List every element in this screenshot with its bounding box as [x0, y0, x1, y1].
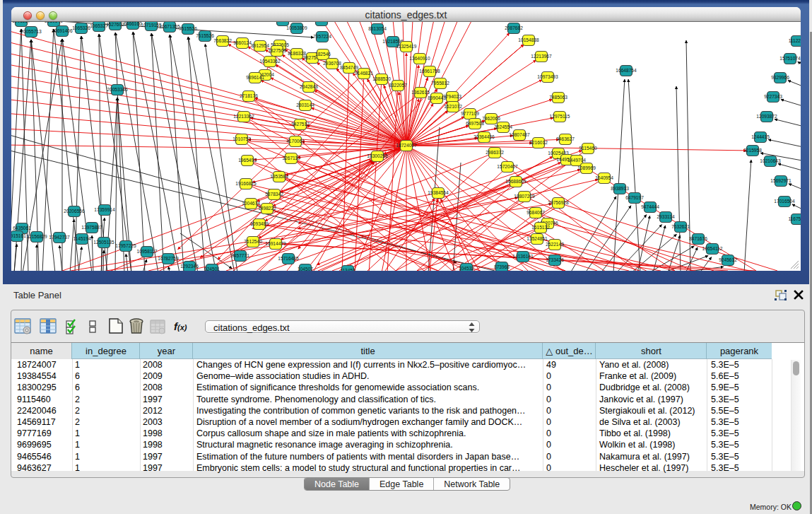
svg-text:3215958: 3215958	[743, 148, 762, 153]
svg-text:1292346: 1292346	[180, 264, 199, 269]
svg-text:17016504: 17016504	[774, 199, 795, 204]
svg-text:8813054: 8813054	[368, 26, 387, 31]
svg-text:9794023: 9794023	[443, 94, 461, 99]
svg-text:16914479: 16914479	[265, 241, 286, 246]
svg-text:12213967: 12213967	[531, 54, 552, 59]
svg-text:2936708: 2936708	[323, 61, 341, 66]
svg-text:7663822: 7663822	[213, 38, 232, 43]
svg-text:9146821: 9146821	[355, 71, 373, 76]
svg-text:6466160: 6466160	[124, 22, 142, 26]
svg-text:9777109: 9777109	[461, 111, 479, 116]
svg-text:10654112: 10654112	[702, 246, 723, 251]
svg-text:1621072: 1621072	[444, 104, 462, 109]
svg-text:1244415: 1244415	[751, 134, 770, 139]
svg-text:873968: 873968	[494, 264, 510, 269]
svg-text:104532: 104532	[459, 266, 474, 271]
svg-text:5878342: 5878342	[265, 192, 283, 197]
svg-text:10973493: 10973493	[537, 74, 558, 79]
svg-text:9457771: 9457771	[231, 253, 249, 258]
svg-text:7612540: 7612540	[244, 239, 262, 244]
svg-text:(x): (x)	[177, 323, 187, 332]
svg-text:4170061: 4170061	[286, 139, 305, 144]
svg-text:2803144: 2803144	[296, 103, 314, 107]
svg-text:9427512: 9427512	[291, 122, 310, 127]
svg-text:20053346: 20053346	[107, 87, 128, 92]
svg-text:1527602: 1527602	[106, 22, 124, 27]
svg-text:2522148: 2522148	[546, 242, 564, 247]
svg-text:17942737: 17942737	[49, 235, 70, 240]
svg-text:15692971: 15692971	[770, 178, 792, 183]
svg-text:11325419: 11325419	[396, 44, 417, 49]
svg-text:1089969: 1089969	[577, 165, 596, 170]
svg-text:1906557: 1906557	[12, 22, 30, 23]
svg-text:10210643: 10210643	[760, 158, 781, 163]
svg-text:1498222: 1498222	[258, 206, 276, 211]
svg-text:1449704: 1449704	[567, 158, 586, 163]
svg-text:2342848: 2342848	[300, 84, 318, 89]
svg-text:12975115: 12975115	[550, 114, 570, 119]
svg-text:18300295: 18300295	[367, 153, 388, 158]
svg-text:9860124: 9860124	[233, 40, 252, 45]
svg-text:1065326: 1065326	[72, 25, 90, 30]
svg-text:2933114: 2933114	[657, 214, 675, 219]
svg-text:20206556: 20206556	[64, 209, 85, 214]
svg-text:9245612: 9245612	[719, 257, 737, 262]
svg-text:1362615: 1362615	[411, 90, 430, 95]
svg-text:19166825: 19166825	[235, 181, 257, 186]
svg-text:182546: 182546	[315, 52, 331, 57]
svg-text:16648754: 16648754	[616, 68, 637, 73]
svg-text:12156829: 12156829	[26, 234, 47, 239]
svg-text:6497508: 6497508	[466, 121, 484, 126]
svg-text:2718176: 2718176	[240, 93, 258, 98]
svg-text:1112273: 1112273	[789, 38, 801, 43]
svg-text:10154838: 10154838	[518, 37, 539, 42]
svg-text:10688609: 10688609	[505, 179, 526, 184]
svg-text:7515526: 7515526	[179, 26, 197, 31]
svg-text:15751074: 15751074	[779, 56, 801, 61]
svg-text:1965493: 1965493	[238, 158, 257, 163]
svg-text:17957225: 17957225	[115, 243, 136, 248]
svg-text:7632621: 7632621	[671, 224, 690, 229]
svg-text:924501: 924501	[204, 267, 220, 271]
svg-text:8912954: 8912954	[251, 43, 269, 48]
svg-text:3915161: 3915161	[11, 233, 26, 238]
svg-text:10053809: 10053809	[286, 25, 307, 30]
svg-text:9115460: 9115460	[579, 146, 597, 151]
svg-text:20691406: 20691406	[52, 28, 73, 33]
svg-text:104507: 104507	[298, 267, 313, 271]
svg-text:1167534: 1167534	[788, 216, 801, 221]
svg-text:2087682: 2087682	[505, 25, 523, 30]
svg-text:13975887: 13975887	[81, 225, 102, 230]
svg-text:10543362: 10543362	[259, 59, 281, 64]
svg-text:12213362: 12213362	[233, 114, 254, 119]
svg-text:113452: 113452	[340, 268, 355, 271]
svg-text:8454749: 8454749	[340, 65, 358, 70]
svg-text:15720407: 15720407	[497, 164, 518, 169]
svg-text:13524851: 13524851	[526, 236, 548, 241]
svg-text:1004674: 1004674	[242, 201, 260, 206]
svg-text:12093872: 12093872	[756, 114, 777, 119]
svg-text:13640910: 13640910	[409, 56, 430, 61]
svg-text:17359914: 17359914	[94, 207, 115, 212]
svg-text:2069140: 2069140	[45, 22, 63, 23]
svg-text:1388520: 1388520	[372, 76, 391, 81]
svg-text:7615526: 7615526	[196, 33, 214, 38]
svg-text:9474444: 9474444	[641, 204, 659, 209]
svg-text:16961758: 16961758	[419, 69, 440, 74]
svg-text:1005381: 1005381	[273, 22, 292, 23]
svg-text:10807487: 10807487	[509, 132, 530, 137]
svg-text:10671355: 10671355	[159, 24, 180, 29]
svg-text:3267110: 3267110	[282, 156, 300, 160]
svg-text:1353584: 1353584	[270, 174, 288, 179]
svg-text:3624554: 3624554	[494, 124, 512, 129]
svg-text:6093489: 6093489	[250, 221, 269, 226]
svg-text:7357224: 7357224	[313, 34, 331, 39]
svg-text:9896141: 9896141	[246, 75, 264, 80]
svg-text:6216012: 6216012	[529, 140, 548, 145]
svg-text:8938913: 8938913	[611, 186, 629, 191]
svg-text:18724007: 18724007	[396, 143, 417, 148]
svg-text:8322057: 8322057	[389, 83, 407, 88]
svg-text:1145194: 1145194	[73, 236, 91, 241]
svg-text:9227343: 9227343	[764, 94, 782, 99]
svg-text:1640954: 1640954	[595, 175, 613, 180]
